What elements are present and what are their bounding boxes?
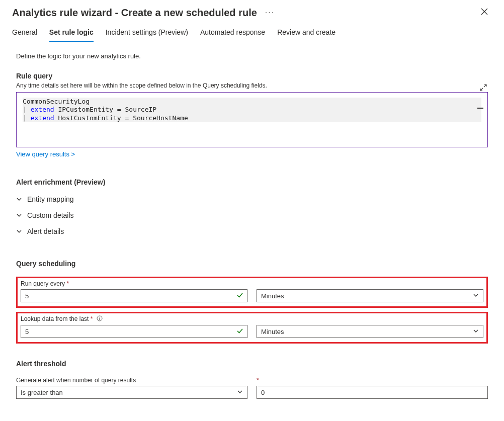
wizard-panel: Analytics rule wizard - Create a new sch… [0,0,504,409]
rule-query-editor[interactable]: CommonSecurityLog | extend IPCustomEntit… [16,92,488,147]
svg-point-1 [99,317,100,318]
expand-query-button[interactable] [480,84,487,93]
run-query-every-unit-select[interactable]: Minutes [257,289,483,302]
alert-threshold-group: Generate alert when number of query resu… [16,377,488,399]
lookup-data-group: Lookup data from the last * 5 Minutes [16,312,488,344]
chevron-down-icon [16,212,22,218]
query-token: extend [31,106,54,113]
wizard-body: Define the logic for your new analytics … [0,42,504,409]
info-icon[interactable] [97,315,103,323]
expander-label: Entity mapping [27,195,74,203]
valid-check-icon [237,292,243,300]
expander-label: Alert details [27,227,64,235]
tab-review-create[interactable]: Review and create [277,25,335,42]
query-token: extend [31,114,54,122]
query-scheduling-title: Query scheduling [16,260,488,268]
select-value: Minutes [261,292,284,300]
run-query-every-value-input[interactable]: 5 [21,289,247,302]
rule-query-subtitle: Any time details set here will be within… [16,82,488,89]
expand-icon [480,84,487,91]
required-indicator: * [91,315,93,322]
intro-text: Define the logic for your new analytics … [16,52,488,60]
alert-threshold-title: Alert threshold [16,360,488,368]
expander-alert-details[interactable]: Alert details [16,223,488,239]
tab-automated-response[interactable]: Automated response [200,25,265,42]
view-query-results-link[interactable]: View query results > [16,150,75,158]
tab-set-rule-logic[interactable]: Set rule logic [49,25,94,42]
query-token: HostCustomEntity = SourceHostName [54,114,188,122]
rule-query-title: Rule query [16,72,488,80]
alert-threshold-value-input[interactable]: 0 [257,386,488,399]
select-value: Is greater than [21,389,63,396]
close-button[interactable] [477,6,492,19]
alert-threshold-label: Generate alert when number of query resu… [16,377,247,384]
wizard-tabs: General Set rule logic Incident settings… [0,21,504,42]
required-indicator: * [257,377,259,384]
svg-rect-2 [99,318,100,320]
alert-enrichment-title: Alert enrichment (Preview) [16,178,488,186]
query-token: | [23,114,31,122]
lookup-data-unit-select[interactable]: Minutes [257,325,483,338]
run-query-every-label: Run query every * [21,280,483,287]
chevron-down-icon [237,389,243,396]
expander-custom-details[interactable]: Custom details [16,207,488,223]
tab-incident-settings[interactable]: Incident settings (Preview) [106,25,188,42]
input-value: 5 [25,292,29,300]
input-value: 5 [25,328,29,335]
chevron-down-icon [16,196,22,202]
chevron-down-icon [473,292,479,300]
chevron-down-icon [473,328,479,335]
alert-threshold-value-required: * [257,377,488,384]
lookup-data-value-input[interactable]: 5 [21,325,247,338]
query-token: CommonSecurityLog [23,98,90,105]
input-value: 0 [261,389,265,396]
valid-check-icon [237,328,243,335]
chevron-down-icon [16,228,22,234]
select-value: Minutes [261,328,284,335]
close-icon [481,8,488,15]
expander-entity-mapping[interactable]: Entity mapping [16,191,488,207]
query-token: IPCustomEntity = SourceIP [54,106,157,113]
panel-header: Analytics rule wizard - Create a new sch… [0,0,504,21]
required-indicator: * [66,280,69,287]
query-token: | [23,106,31,113]
lookup-data-label: Lookup data from the last * [21,315,483,323]
editor-cursor-marker [477,108,483,109]
panel-title: Analytics rule wizard - Create a new sch… [12,7,257,19]
tab-general[interactable]: General [12,25,37,42]
expander-label: Custom details [27,211,74,219]
more-actions-icon[interactable]: ··· [265,8,275,17]
alert-threshold-operator-select[interactable]: Is greater than [16,386,247,399]
run-query-every-group: Run query every * 5 Minutes [16,277,488,308]
